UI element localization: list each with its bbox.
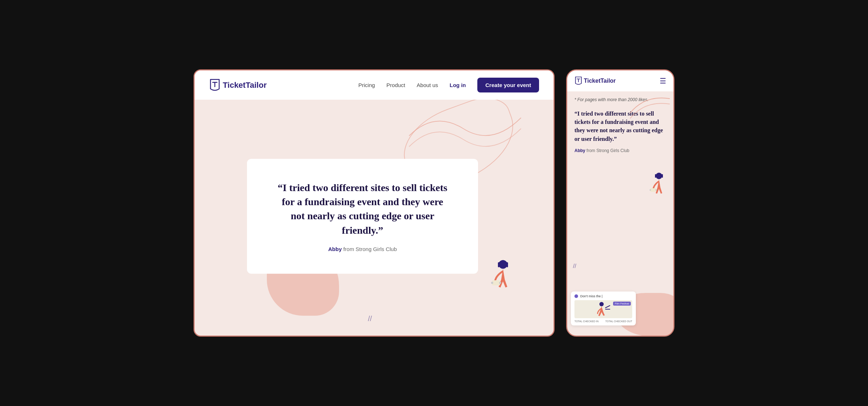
svg-point-16 [599,302,604,306]
logo-icon [209,79,221,92]
desktop-device: TicketTailor Pricing Product About us Lo… [194,69,555,337]
svg-point-6 [491,282,493,284]
mobile-author-suffix: from Strong Girls Club [585,148,629,153]
create-event-button[interactable]: Create your event [477,78,539,92]
svg-point-15 [655,189,657,191]
mobile-figure-svg [648,171,670,200]
mobile-bottom-section: Don't miss the | Film Festival TOTAL CHE… [567,264,673,336]
mobile-figure [648,171,670,200]
nav-pricing[interactable]: Pricing [359,82,375,88]
card-figure-svg [596,301,611,318]
mobile-card-dont-miss: Don't miss the | [580,294,603,298]
nav-about[interactable]: About us [417,82,438,88]
mobile-card-dot [574,294,578,298]
nav-links: Pricing Product About us Log in Create y… [359,78,539,92]
nav-product[interactable]: Product [386,82,405,88]
mobile-logo-icon [574,76,582,86]
logo-text: TicketTailor [223,81,266,90]
desktop-nav: TicketTailor Pricing Product About us Lo… [195,70,554,100]
quote-author-line: Abby from Strong Girls Club [276,246,449,252]
squiggle-decoration: // [368,315,372,323]
mobile-card-header: Don't miss the | [574,294,632,298]
mobile-logo[interactable]: TicketTailor [574,76,616,86]
figure-illustration [489,258,517,294]
mobile-author-line: Abby from Strong Girls Club [574,148,666,153]
svg-rect-5 [492,280,500,285]
mobile-card-stats: TOTAL CHECKED IN TOTAL CHECKED OUT [574,320,632,323]
quote-card: “I tried two different sites to sell tic… [247,159,478,274]
desktop-logo[interactable]: TicketTailor [209,79,266,92]
hamburger-menu[interactable]: ☰ [660,77,666,85]
svg-point-7 [499,282,501,284]
mobile-stat1-label: TOTAL CHECKED IN [574,320,599,323]
mobile-card-badge: Film Festival [613,302,631,306]
mobile-nav: TicketTailor ☰ [567,70,673,91]
mobile-card-image-area: Film Festival [574,300,632,318]
mobile-card-preview: Don't miss the | Film Festival TOTAL CHE… [571,291,636,325]
mobile-device: TicketTailor ☰ * For pages with more tha… [566,69,674,337]
mobile-logo-text: TicketTailor [584,78,616,84]
quote-author-suffix: from Strong Girls Club [342,246,397,252]
mobile-curvy-decoration [623,91,673,128]
mobile-stat2-label: TOTAL CHECKED OUT [605,320,632,323]
figure-svg [489,258,517,294]
svg-rect-13 [650,188,656,192]
desktop-hero: “I tried two different sites to sell tic… [195,100,554,337]
nav-login[interactable]: Log in [450,82,466,88]
mobile-author-name: Abby [574,148,585,153]
quote-author-name: Abby [328,246,342,252]
mobile-hero: * For pages with more than 2000 likes. “… [567,91,673,336]
svg-point-14 [650,189,651,191]
quote-text: “I tried two different sites to sell tic… [276,181,449,237]
